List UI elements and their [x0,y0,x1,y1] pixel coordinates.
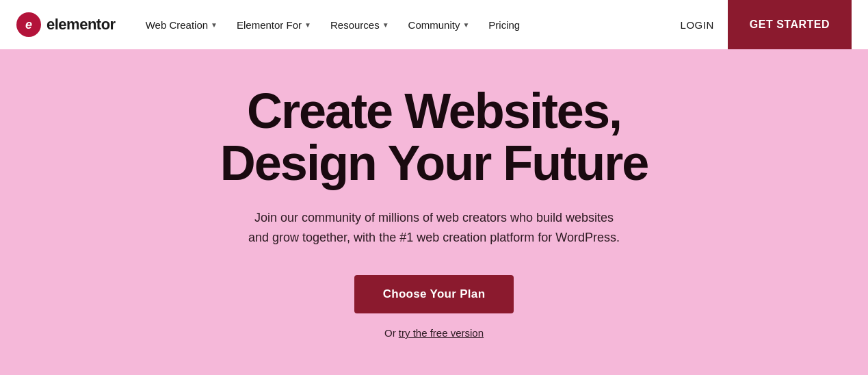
chevron-down-icon: ▼ [211,21,218,29]
hero-subtitle: Join our community of millions of web cr… [243,208,626,248]
choose-plan-button[interactable]: Choose Your Plan [354,275,514,313]
nav-item-community[interactable]: Community ▼ [400,14,478,36]
nav-item-resources[interactable]: Resources ▼ [322,14,397,36]
logo-text: elementor [47,16,116,34]
hero-section: Create Websites, Design Your Future Join… [0,49,868,375]
chevron-down-icon: ▼ [462,21,469,29]
navbar: e elementor Web Creation ▼ Elementor For… [0,0,868,49]
get-started-button[interactable]: GET STARTED [728,0,852,49]
nav-item-web-creation[interactable]: Web Creation ▼ [137,14,226,36]
chevron-down-icon: ▼ [304,21,311,29]
hero-title: Create Websites, Design Your Future [220,86,648,189]
nav-right: LOGIN GET STARTED [667,0,852,49]
hero-free-text: Or try the free version [384,327,484,339]
free-version-link[interactable]: try the free version [399,327,484,339]
nav-item-pricing[interactable]: Pricing [480,14,528,36]
nav-links: Web Creation ▼ Elementor For ▼ Resources… [137,14,667,36]
login-button[interactable]: LOGIN [667,12,728,38]
logo-icon: e [16,12,41,37]
nav-item-elementor-for[interactable]: Elementor For ▼ [228,14,319,36]
chevron-down-icon: ▼ [382,21,389,29]
logo-link[interactable]: e elementor [16,12,116,37]
